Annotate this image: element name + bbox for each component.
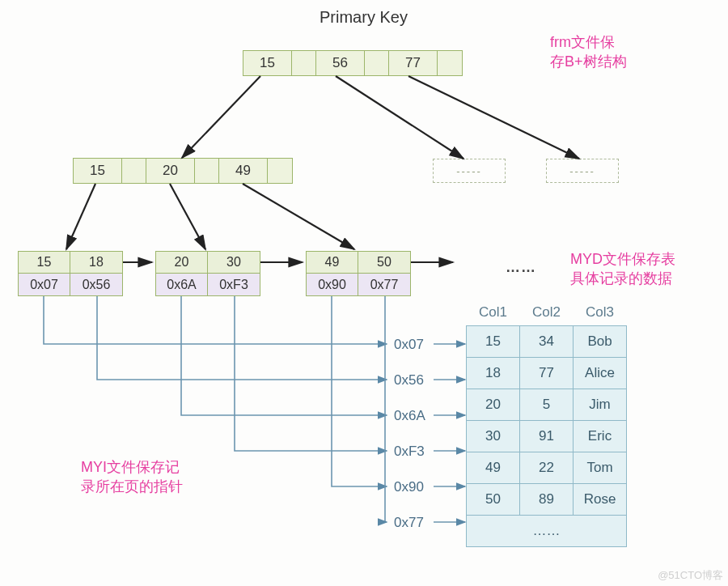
leaf-1-ptr-0: 0x6A <box>156 274 208 295</box>
internal-gap-1 <box>195 159 219 183</box>
cell: 20 <box>467 389 520 421</box>
table-row: 4922Tom <box>467 452 627 484</box>
root-key-0: 15 <box>243 51 292 75</box>
svg-line-0 <box>182 76 260 158</box>
root-gap-1 <box>365 51 389 75</box>
leaf-1-key-0: 20 <box>156 252 208 273</box>
ptr-label-0: 0x07 <box>394 337 424 353</box>
svg-line-4 <box>170 184 205 249</box>
leaf-2-key-0: 49 <box>307 252 358 273</box>
cell: 89 <box>520 484 574 516</box>
ptr-label-3: 0xF3 <box>394 444 425 460</box>
annotation-frm: frm文件保 存B+树结构 <box>550 32 627 72</box>
cell: Jim <box>574 389 627 421</box>
table-row: 5089Rose <box>467 484 627 516</box>
cell: 50 <box>467 484 520 516</box>
th-col2: Col2 <box>520 299 574 326</box>
ptr-label-1: 0x56 <box>394 372 424 389</box>
cell: 30 <box>467 421 520 452</box>
dashed-node-1: ----- <box>433 159 506 183</box>
cell: 77 <box>520 358 574 389</box>
ptr-label-5: 0x77 <box>394 515 424 531</box>
ptr-label-2: 0x6A <box>394 408 425 424</box>
root-node: 15 56 77 <box>243 50 463 76</box>
internal-gap-2 <box>268 159 292 183</box>
cell: 5 <box>520 389 574 421</box>
cell: 91 <box>520 421 574 452</box>
root-key-1: 56 <box>316 51 365 75</box>
internal-gap-0 <box>122 159 146 183</box>
root-gap-0 <box>292 51 316 75</box>
cell: 15 <box>467 326 520 358</box>
watermark: @51CTO博客 <box>658 568 723 583</box>
ellipsis-leaves: …… <box>506 259 536 276</box>
leaf-2-ptr-1: 0x77 <box>358 274 410 295</box>
svg-line-3 <box>66 184 95 249</box>
ptr-label-4: 0x90 <box>394 479 424 495</box>
th-col3: Col3 <box>574 299 627 326</box>
cell: Bob <box>574 326 627 358</box>
cell: 22 <box>520 452 574 484</box>
leaf-0-ptr-0: 0x07 <box>19 274 70 295</box>
cell-extra: …… <box>467 516 627 547</box>
leaf-2-ptr-0: 0x90 <box>307 274 358 295</box>
svg-line-1 <box>336 76 463 159</box>
table-row: 1534Bob <box>467 326 627 358</box>
cell: 34 <box>520 326 574 358</box>
root-key-2: 77 <box>389 51 438 75</box>
svg-line-5 <box>243 184 354 249</box>
internal-node: 15 20 49 <box>73 158 293 184</box>
table-row: 3091Eric <box>467 421 627 452</box>
cell: Eric <box>574 421 627 452</box>
leaf-0: 15 18 0x07 0x56 <box>18 251 123 296</box>
root-gap-2 <box>438 51 462 75</box>
internal-key-0: 15 <box>74 159 122 183</box>
cell: Alice <box>574 358 627 389</box>
leaf-2: 49 50 0x90 0x77 <box>306 251 411 296</box>
leaf-0-key-0: 15 <box>19 252 70 273</box>
data-table: Col1 Col2 Col3 1534Bob 1877Alice 205Jim … <box>466 299 627 547</box>
internal-key-1: 20 <box>146 159 195 183</box>
leaf-0-ptr-1: 0x56 <box>70 274 122 295</box>
table-row-extra: …… <box>467 516 627 547</box>
table-row: 205Jim <box>467 389 627 421</box>
leaf-1-key-1: 30 <box>208 252 260 273</box>
th-col1: Col1 <box>467 299 520 326</box>
annotation-myi: MYI文件保存记 录所在页的指针 <box>81 457 183 497</box>
table-row: 1877Alice <box>467 358 627 389</box>
leaf-2-key-1: 50 <box>358 252 410 273</box>
page-title: Primary Key <box>320 8 408 27</box>
internal-key-2: 49 <box>219 159 268 183</box>
leaf-1: 20 30 0x6A 0xF3 <box>155 251 260 296</box>
leaf-1-ptr-1: 0xF3 <box>208 274 260 295</box>
cell: Rose <box>574 484 627 516</box>
svg-line-2 <box>408 76 579 159</box>
cell: 18 <box>467 358 520 389</box>
cell: 49 <box>467 452 520 484</box>
annotation-myd: MYD文件保存表 具体记录的数据 <box>570 249 675 289</box>
leaf-0-key-1: 18 <box>70 252 122 273</box>
dashed-node-2: ----- <box>546 159 619 183</box>
cell: Tom <box>574 452 627 484</box>
